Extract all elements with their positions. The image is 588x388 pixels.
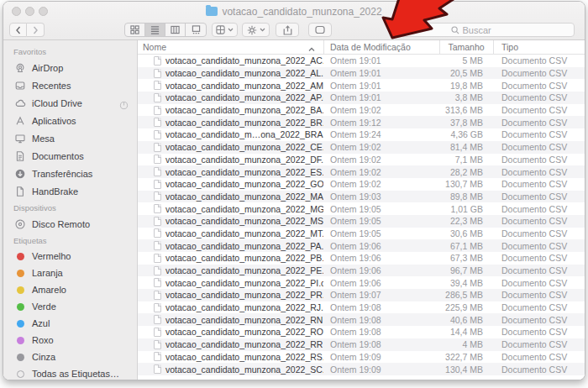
table-row[interactable]: votacao_candidato_munzona_2022_PI.csvOnt… [138,276,585,289]
file-size: 22,3 MB [439,216,493,226]
document-icon [154,291,161,300]
table-row[interactable]: votacao_candidato_munzona_2022_CE.csvOnt… [138,141,585,154]
sidebar-item-cinza[interactable]: Cinza [3,349,137,365]
file-list: Nome Data de Modificação Tamanho Tipo vo… [138,40,585,380]
sidebar-item-azul[interactable]: Azul [3,315,137,332]
sidebar-item-transferencias[interactable]: Transferências [3,165,137,182]
sidebar-item-todas-as-etiquetas[interactable]: Todas as Etiquetas… [3,365,137,380]
column-header-nome[interactable]: Nome [138,40,323,54]
sidebar-item-disco-remoto[interactable]: Disco Remoto [3,215,137,233]
table-row[interactable]: votacao_candidato_munzona_2022_RN.csvOnt… [138,313,585,326]
table-row[interactable]: votacao_candidato_munzona_2022_MT.csvOnt… [138,228,585,240]
table-row[interactable]: votacao_candidato_munzona_2022_AL.csvOnt… [138,67,585,80]
column-header-tipo[interactable]: Tipo [493,40,585,54]
file-modified: Ontem 19:02 [323,155,439,165]
column-header-data[interactable]: Data de Modificação [323,40,439,54]
search-field[interactable] [389,23,575,37]
table-row[interactable]: votacao_candidato_munzona_2022_MG.csvOnt… [138,202,585,215]
view-switcher [124,23,207,37]
sidebar-item-documentos[interactable]: Documentos [3,147,137,165]
sidebar-item-amarelo[interactable]: Amarelo [3,281,137,298]
all-tags-icon [17,370,24,378]
table-row[interactable]: votacao_candidato_munzona_2022_PB.csvOnt… [138,252,585,265]
column-header-tamanho[interactable]: Tamanho [439,40,493,54]
file-modified: Ontem 19:09 [323,352,439,362]
table-row[interactable]: votacao_candidato_munzona_2022_PA.csvOnt… [138,239,585,252]
table-row[interactable]: votacao_candidato_munzona_2022_PR.csvOnt… [138,289,585,301]
table-row[interactable]: votacao_candidato_munzona_2022_BR.csvOnt… [138,116,585,128]
document-icon [154,167,161,176]
sidebar-section-label: Favoritos [3,44,137,59]
table-row[interactable]: votacao_candidato_munzona_2022_BA.csvOnt… [138,104,585,117]
document-icon [154,81,161,90]
sidebar-item-label: Mesa [32,134,55,144]
table-row[interactable]: votacao_candidato_munzona_2022_PE.csvOnt… [138,265,585,277]
table-row[interactable]: votacao_candidato_munzona_2022_RS.csvOnt… [138,351,585,364]
table-row[interactable]: votacao_candidato_munzona_2022_AP.csvOnt… [138,92,585,104]
table-row[interactable]: votacao_candidato_munzona_2022_RJ.csvOnt… [138,301,585,314]
file-type: Documento CSV [493,241,585,251]
share-button[interactable] [276,23,299,37]
downloads-icon [14,168,26,180]
list-view-button[interactable] [145,24,165,36]
sidebar-item-handbrake[interactable]: HandBrake [3,182,137,200]
table-row[interactable]: votacao_candidato_m…ona_2022_BRASIL.csvO… [138,128,585,141]
file-modified: Ontem 19:02 [323,105,439,115]
table-row[interactable]: votacao_candidato_munzona_2022_ES.csvOnt… [138,165,585,178]
table-row[interactable]: votacao_candidato_munzona_2022_AC.csvOnt… [138,55,585,67]
document-icon [154,143,161,152]
document-icon [154,69,161,78]
sidebar: FavoritosAirDropRecentesiCloud DriveApli… [3,40,138,380]
icon-view-button[interactable] [125,24,145,36]
document-icon [154,204,161,213]
file-name: votacao_candidato_munzona_2022_RO.csv [165,327,323,337]
table-row[interactable]: votacao_candidato_munzona_2022_RO.csvOnt… [138,326,585,338]
file-size: 4 MB [439,339,493,349]
search-input[interactable] [463,25,513,35]
table-row[interactable]: votacao_candidato_munzona_2022_AM.csvOnt… [138,79,585,92]
file-type: Documento CSV [493,290,585,300]
table-row[interactable]: votacao_candidato_munzona_2022_MA.csvOnt… [138,191,585,203]
document-icon [154,93,161,102]
sidebar-section-label: Etiquetas [3,233,137,248]
forward-button[interactable] [27,23,45,37]
document-icon [154,340,161,349]
sidebar-item-aplicativos[interactable]: Aplicativos [3,112,137,129]
search-icon [451,26,459,34]
applications-icon [14,115,26,127]
file-size: 28,2 MB [439,167,493,177]
sidebar-item-label: Recentes [32,81,71,91]
file-size: 1,01 GB [439,204,493,214]
sidebar-item-vermelho[interactable]: Vermelho [3,248,137,265]
file-type: Documento CSV [493,167,585,177]
finder-window: votacao_candidato_munzona_2022 [3,1,585,380]
sidebar-item-label: AirDrop [32,63,63,73]
sidebar-item-icloud-drive[interactable]: iCloud Drive [3,94,137,112]
sidebar-item-mesa[interactable]: Mesa [3,129,137,147]
sidebar-item-laranja[interactable]: Laranja [3,265,137,281]
sidebar-item-airdrop[interactable]: AirDrop [3,59,137,76]
sidebar-item-verde[interactable]: Verde [3,298,137,315]
sidebar-item-recentes[interactable]: Recentes [3,76,137,94]
table-row[interactable]: votacao_candidato_munzona_2022_DF.csvOnt… [138,154,585,166]
sidebar-item-roxo[interactable]: Roxo [3,332,137,349]
column-view-button[interactable] [165,24,186,36]
file-modified: Ontem 19:06 [323,265,439,275]
file-type: Documento CSV [493,179,585,189]
table-row[interactable]: votacao_candidato_munzona_2022_SC.csvOnt… [138,363,585,375]
table-row[interactable]: votacao_candidato_munzona_2022_MS.csvOnt… [138,215,585,228]
document-icon [154,56,161,66]
back-button[interactable] [9,23,27,37]
chevron-down-icon [260,28,265,32]
action-button[interactable] [242,23,270,37]
file-modified: Ontem 19:02 [323,167,439,177]
file-type: Documento CSV [493,105,585,115]
gallery-view-button[interactable] [186,24,206,36]
tags-button[interactable] [308,23,332,37]
file-type: Documento CSV [493,339,585,349]
file-modified: Ontem 19:05 [323,204,439,214]
file-name: votacao_candidato_munzona_2022_CE.csv [165,142,323,152]
table-row[interactable]: votacao_candidato_munzona_2022_GO.csvOnt… [138,178,585,191]
group-by-button[interactable] [212,23,238,37]
table-row[interactable]: votacao_candidato_munzona_2022_RR.csvOnt… [138,338,585,351]
